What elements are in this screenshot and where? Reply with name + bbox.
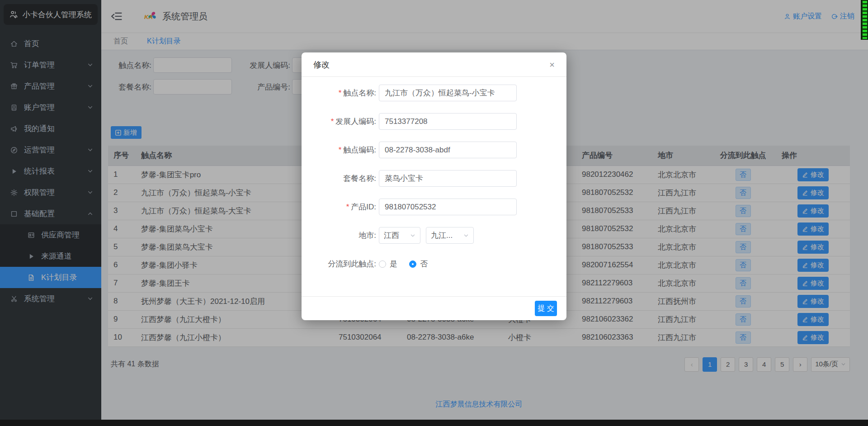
modal-header: 修改 ×: [302, 52, 566, 77]
field-city: 地市: 江西 九江...: [302, 221, 566, 250]
submit-button[interactable]: 提 交: [535, 301, 557, 316]
province-select[interactable]: 江西: [379, 227, 420, 244]
package-name-input[interactable]: [379, 170, 517, 187]
product-id-input[interactable]: [379, 199, 517, 215]
modal-body: *触点名称: *发展人编码: *触点编码: 套餐名称: *产品ID: 地市: 江…: [302, 77, 566, 278]
field-split-to-contact: 分流到此触点: 是 否: [302, 250, 566, 278]
radio-circle: [379, 260, 386, 268]
contact-name-input[interactable]: [379, 85, 517, 101]
field-contact-name: *触点名称:: [302, 79, 566, 107]
field-package-name: 套餐名称:: [302, 164, 566, 193]
edit-modal: 修改 × *触点名称: *发展人编码: *触点编码: 套餐名称: *产品ID: …: [302, 52, 566, 320]
field-contact-code: *触点编码:: [302, 136, 566, 164]
close-icon[interactable]: ×: [549, 60, 555, 69]
radio-yes[interactable]: 是: [379, 259, 397, 269]
required-asterisk: *: [346, 203, 349, 211]
green-meter: [861, 0, 868, 40]
radio-no[interactable]: 否: [409, 259, 428, 269]
field-developer-code: *发展人编码:: [302, 107, 566, 136]
modal-footer: 提 交: [302, 296, 566, 320]
chevron-down-icon: [463, 233, 469, 238]
required-asterisk: *: [339, 146, 342, 154]
required-asterisk: *: [331, 117, 334, 126]
bottom-bar: [0, 420, 868, 426]
field-product-id: *产品ID:: [302, 193, 566, 221]
contact-code-input[interactable]: [379, 142, 517, 158]
required-asterisk: *: [339, 89, 342, 97]
chevron-down-icon: [410, 233, 415, 238]
modal-title: 修改: [313, 59, 330, 70]
developer-code-input[interactable]: [379, 113, 517, 130]
city-select[interactable]: 九江...: [426, 227, 474, 244]
radio-circle-checked: [409, 260, 416, 268]
